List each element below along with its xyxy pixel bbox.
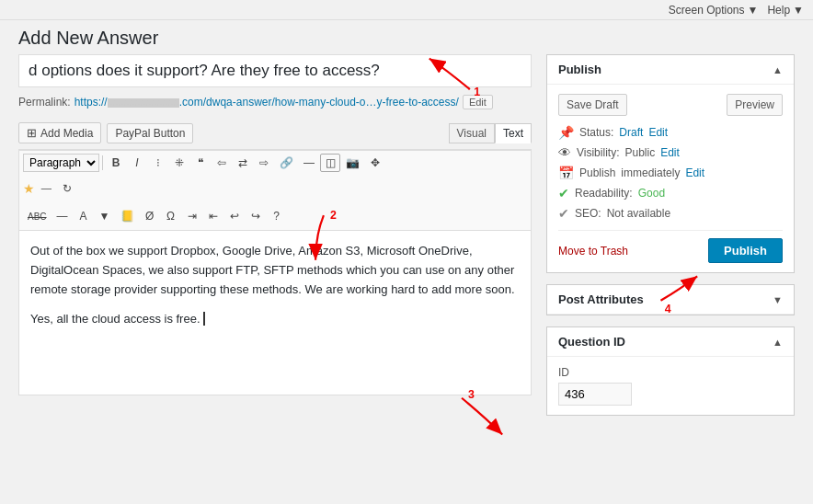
main-layout: Permalink: https://XXXXXXXXXXXXX.com/dwq… [0,54,813,445]
question-id-box: Question ID ▲ ID [546,326,795,416]
indent-button[interactable]: ⇥ [182,207,202,225]
page-title: Add New Answer [0,20,813,54]
publish-time-row: 📅 Publish immediately Edit [558,166,783,180]
publish-time-edit-link[interactable]: Edit [685,166,704,179]
publish-box-content: Save Draft Preview 📌 Status: Draft Edit … [547,85,794,272]
visibility-label: Visibility: [577,146,619,159]
font-color-dropdown[interactable]: ▼ [95,207,115,225]
post-title-input[interactable] [18,54,532,87]
hr-button[interactable]: — [52,207,73,225]
question-id-toggle-icon: ▲ [773,337,783,348]
align-center-button[interactable]: ⇄ [233,154,253,172]
post-attributes-header[interactable]: Post Attributes ▼ [547,285,794,315]
seo-icon: ✔ [558,206,569,221]
special-char-button[interactable]: Ω [161,207,181,225]
toolbar-extended-row: ABC — A ▼ 📒 Ø Ω ⇥ ⇤ ↩ ↪ ? [23,205,287,227]
outdent-button[interactable]: ⇤ [203,207,223,225]
question-id-title: Question ID [558,335,625,349]
publish-time-icon: 📅 [558,166,574,180]
seo-value: Not available [607,207,670,220]
toolbar-row3: ABC — A ▼ 📒 Ø Ω ⇥ ⇤ ↩ ↪ ? [18,202,532,230]
link-button[interactable]: 🔗 [275,154,298,172]
seo-row: ✔ SEO: Not available [558,206,783,221]
status-label: Status: [579,126,613,139]
id-field-row: ID [558,366,783,406]
publish-box-header[interactable]: Publish ▲ [547,55,794,85]
content-paragraph-2: Yes, all the cloud access is free. [30,310,520,329]
screen-options-arrow-icon: ▼ [748,4,759,17]
toolbar-extra-row: ★ ⸻ ↻ [23,178,77,200]
ordered-list-button[interactable]: ⁜ [169,154,189,172]
toolbar-row1: Paragraph B I ⁝ ⁜ ❝ ⇦ ⇄ ⇨ 🔗 — ◫ 📷 ✥ [18,150,532,175]
content-paragraph-1: Out of the box we support Dropbox, Googl… [30,242,520,299]
help-label: Help [767,4,790,17]
publish-toggle-icon: ▲ [773,64,783,75]
visibility-value: Public [624,146,655,159]
refresh-button[interactable]: ↻ [57,179,77,198]
screen-options-button[interactable]: Screen Options ▼ [669,4,759,17]
tab-text[interactable]: Text [495,123,532,143]
status-edit-link[interactable]: Edit [648,126,668,139]
preview-button[interactable]: Preview [727,94,783,116]
image-button[interactable]: 📷 [341,154,364,172]
visibility-edit-link[interactable]: Edit [660,146,680,159]
question-id-header[interactable]: Question ID ▲ [547,327,794,357]
save-draft-button[interactable]: Save Draft [558,94,627,116]
add-media-icon: ⊞ [27,126,37,140]
status-row: 📌 Status: Draft Edit [558,125,783,140]
publish-footer: Move to Trash Publish [558,230,783,263]
strikethrough-button[interactable]: ABC [23,209,52,224]
align-left-button[interactable]: ⇦ [212,154,232,172]
readability-row: ✔ Readability: Good [558,186,783,200]
tab-visual[interactable]: Visual [449,123,495,143]
id-input[interactable] [558,383,632,406]
seo-label: SEO: [575,207,601,220]
bold-button[interactable]: B [106,154,126,172]
help-arrow-icon: ▼ [793,4,804,17]
media-toolbar-row: ⊞ Add Media PayPal Button Visual Text [18,117,532,150]
publish-actions-row: Save Draft Preview [558,94,783,116]
add-media-button[interactable]: ⊞ Add Media [18,122,101,143]
paragraph-select[interactable]: Paragraph [23,154,99,172]
editor-content[interactable]: Out of the box we support Dropbox, Googl… [18,230,532,395]
italic-button[interactable]: I [127,154,147,172]
clear-format-button[interactable]: Ø [140,207,160,225]
id-label: ID [558,366,783,379]
editor-area: Permalink: https://XXXXXXXXXXXXX.com/dwq… [18,54,532,427]
permalink-row: Permalink: https://XXXXXXXXXXXXX.com/dwq… [18,95,532,109]
redo-button[interactable]: ↪ [246,207,266,225]
post-attributes-box: Post Attributes ▼ [546,284,795,315]
unordered-list-button[interactable]: ⁝ [148,154,168,172]
paypal-button[interactable]: PayPal Button [107,123,193,143]
sidebar: Publish ▲ Save Draft Preview 📌 Status: D… [546,54,795,427]
publish-button[interactable]: Publish [708,238,783,263]
publish-box-title: Publish [558,63,601,76]
readability-icon: ✔ [558,186,569,200]
post-attributes-title: Post Attributes [558,292,644,306]
permalink-label: Permalink: [18,96,71,109]
font-color-button[interactable]: A [74,207,94,225]
undo-button[interactable]: ↩ [224,207,245,225]
readability-value: Good [638,187,665,200]
more-button[interactable]: — [299,154,319,172]
fullscreen-button[interactable]: ✥ [365,154,385,172]
status-icon: 📌 [558,125,574,140]
blockquote-button[interactable]: ❝ [190,154,211,172]
help-toolbar-button[interactable]: ? [267,207,287,225]
publish-time-value: immediately [621,166,680,179]
pie-chart-button[interactable]: ⸻ [36,179,56,198]
align-right-button[interactable]: ⇨ [254,154,274,172]
top-bar: Screen Options ▼ Help ▼ [0,0,813,20]
editor-tabs: Visual Text [199,123,532,143]
screen-options-label: Screen Options [669,4,745,17]
move-to-trash-link[interactable]: Move to Trash [558,245,628,258]
paste-text-button[interactable]: 📒 [116,207,139,225]
visibility-icon: 👁 [558,145,571,160]
permalink-edit-button[interactable]: Edit [463,95,493,109]
help-button[interactable]: Help ▼ [767,4,804,17]
permalink-link[interactable]: https://XXXXXXXXXXXXX.com/dwqa-answer/ho… [74,96,459,109]
table-button[interactable]: ◫ [320,154,340,172]
post-attributes-toggle-icon: ▼ [773,294,783,305]
publish-box: Publish ▲ Save Draft Preview 📌 Status: D… [546,54,795,273]
toolbar-row2: ★ ⸻ ↻ [18,175,532,202]
